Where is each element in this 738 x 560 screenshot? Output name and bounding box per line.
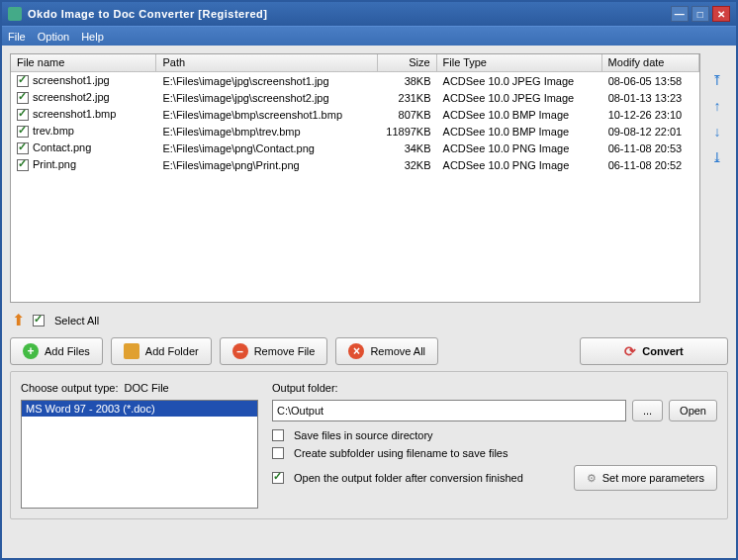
- open-after-checkbox[interactable]: [272, 472, 284, 484]
- table-row[interactable]: Contact.pngE:\Files\image\png\Contact.pn…: [11, 140, 699, 156]
- remove-file-button[interactable]: –Remove File: [220, 337, 328, 365]
- row-checkbox[interactable]: [17, 92, 29, 104]
- col-type[interactable]: File Type: [437, 54, 602, 71]
- up-folder-icon[interactable]: ⬆: [12, 311, 25, 329]
- table-row[interactable]: screenshot1.jpgE:\Files\image\jpg\screen…: [11, 72, 699, 89]
- menu-file[interactable]: File: [8, 31, 26, 43]
- row-checkbox[interactable]: [17, 109, 29, 121]
- titlebar: Okdo Image to Doc Converter [Registered]…: [2, 2, 736, 26]
- x-icon: ×: [348, 343, 364, 359]
- subfolder-checkbox[interactable]: [272, 447, 284, 459]
- output-folder-input[interactable]: [272, 400, 626, 421]
- output-folder-label: Output folder:: [272, 382, 717, 394]
- menu-help[interactable]: Help: [81, 31, 104, 43]
- remove-all-button[interactable]: ×Remove All: [335, 337, 438, 365]
- row-checkbox[interactable]: [17, 159, 29, 171]
- table-row[interactable]: screenshot2.jpgE:\Files\image\jpg\screen…: [11, 89, 699, 106]
- save-source-label: Save files in source directory: [294, 429, 433, 441]
- folder-icon: [124, 343, 139, 359]
- move-up-icon[interactable]: ↑: [708, 97, 726, 115]
- minus-icon: –: [232, 343, 248, 359]
- select-all-label: Select All: [54, 315, 99, 327]
- save-source-checkbox[interactable]: [272, 429, 284, 441]
- table-row[interactable]: screenshot1.bmpE:\Files\image\bmp\screen…: [11, 106, 699, 123]
- add-folder-button[interactable]: Add Folder: [111, 337, 212, 365]
- col-name[interactable]: File name: [11, 54, 156, 71]
- move-bottom-icon[interactable]: ⤓: [708, 148, 726, 166]
- menu-option[interactable]: Option: [38, 31, 69, 43]
- menubar: File Option Help: [2, 26, 736, 46]
- table-row[interactable]: trev.bmpE:\Files\image\bmp\trev.bmp11897…: [11, 123, 699, 140]
- close-button[interactable]: ✕: [712, 6, 730, 22]
- convert-button[interactable]: ⟳Convert: [580, 337, 728, 365]
- convert-icon: ⟳: [624, 343, 636, 359]
- minimize-button[interactable]: —: [671, 6, 689, 22]
- col-size[interactable]: Size: [378, 54, 436, 71]
- plus-icon: +: [23, 343, 39, 359]
- output-type-option[interactable]: MS Word 97 - 2003 (*.doc): [22, 401, 257, 417]
- output-type-list[interactable]: MS Word 97 - 2003 (*.doc): [21, 400, 258, 509]
- add-files-button[interactable]: +Add Files: [10, 337, 103, 365]
- move-top-icon[interactable]: ⤒: [708, 71, 726, 89]
- row-checkbox[interactable]: [17, 75, 29, 87]
- row-checkbox[interactable]: [17, 126, 29, 138]
- col-date[interactable]: Modify date: [602, 54, 699, 71]
- output-type-label: Choose output type:: [21, 382, 118, 394]
- open-after-label: Open the output folder after conversion …: [294, 472, 523, 484]
- row-checkbox[interactable]: [17, 142, 29, 154]
- col-path[interactable]: Path: [156, 54, 378, 71]
- open-button[interactable]: Open: [669, 400, 717, 421]
- select-all-checkbox[interactable]: [33, 315, 45, 327]
- subfolder-label: Create subfolder using filename to save …: [294, 447, 507, 459]
- file-list[interactable]: File name Path Size File Type Modify dat…: [10, 53, 700, 303]
- gear-icon: ⚙: [587, 472, 597, 485]
- move-down-icon[interactable]: ↓: [708, 123, 726, 140]
- set-parameters-button[interactable]: ⚙Set more parameters: [574, 465, 717, 491]
- reorder-arrows: ⤒ ↑ ↓ ⤓: [706, 53, 728, 303]
- table-row[interactable]: Print.pngE:\Files\image\png\Print.png32K…: [11, 156, 699, 173]
- file-list-header: File name Path Size File Type Modify dat…: [11, 54, 699, 72]
- app-icon: [8, 7, 22, 21]
- output-type-value: DOC File: [124, 382, 168, 394]
- window-title: Okdo Image to Doc Converter [Registered]: [28, 8, 671, 20]
- browse-button[interactable]: ...: [632, 400, 663, 421]
- maximize-button[interactable]: □: [692, 6, 709, 22]
